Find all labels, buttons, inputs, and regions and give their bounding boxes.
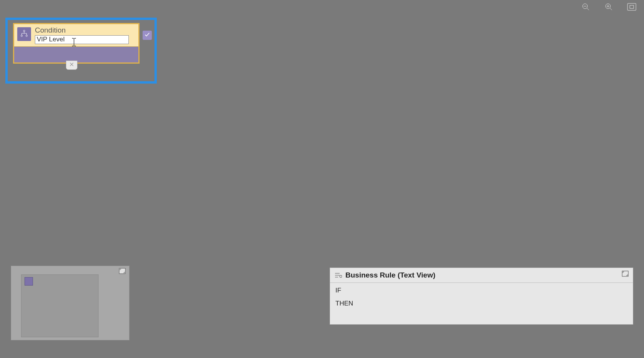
rule-icon	[334, 272, 342, 279]
expand-icon	[622, 271, 629, 278]
svg-rect-8	[630, 5, 634, 8]
minimap-viewport[interactable]	[21, 274, 99, 337]
canvas-toolbar	[580, 2, 637, 13]
condition-type-icon-box	[17, 27, 31, 41]
svg-point-9	[23, 30, 25, 32]
condition-branch-false-connector[interactable]	[66, 61, 77, 70]
svg-point-18	[340, 275, 342, 278]
svg-line-4	[610, 8, 612, 10]
close-icon	[69, 62, 74, 69]
condition-node-body[interactable]	[14, 46, 138, 62]
hierarchy-icon	[20, 29, 28, 39]
text-view-header: Business Rule (Text View)	[330, 268, 633, 283]
text-view-panel: Business Rule (Text View) IF THEN	[330, 268, 633, 325]
zoom-out-button[interactable]	[580, 2, 591, 13]
text-view-if-line: IF	[335, 287, 628, 294]
zoom-out-icon	[582, 3, 590, 13]
text-view-body: IF THEN	[330, 283, 633, 324]
svg-rect-7	[628, 3, 636, 10]
condition-node-selection[interactable]: Condition	[5, 18, 157, 84]
condition-node[interactable]: Condition	[13, 23, 140, 64]
zoom-in-button[interactable]	[603, 2, 614, 13]
check-icon	[144, 31, 150, 39]
text-view-title: Business Rule (Text View)	[345, 271, 435, 279]
fit-to-screen-button[interactable]	[626, 2, 637, 13]
condition-name-input[interactable]	[35, 35, 129, 44]
text-view-expand-button[interactable]	[621, 271, 629, 278]
expand-icon	[119, 268, 126, 276]
zoom-in-icon	[605, 3, 613, 13]
svg-point-10	[21, 35, 23, 36]
minimap-panel[interactable]	[11, 266, 130, 340]
condition-type-label: Condition	[35, 26, 135, 34]
fit-screen-icon	[627, 3, 636, 12]
condition-node-header: Condition	[14, 24, 138, 46]
minimap-expand-button[interactable]	[118, 268, 126, 275]
svg-line-1	[587, 8, 589, 10]
text-view-then-line: THEN	[335, 300, 628, 307]
condition-title-block: Condition	[35, 26, 135, 44]
svg-point-11	[26, 35, 27, 36]
minimap-condition-node	[25, 277, 33, 286]
condition-branch-true-connector[interactable]	[143, 31, 152, 40]
